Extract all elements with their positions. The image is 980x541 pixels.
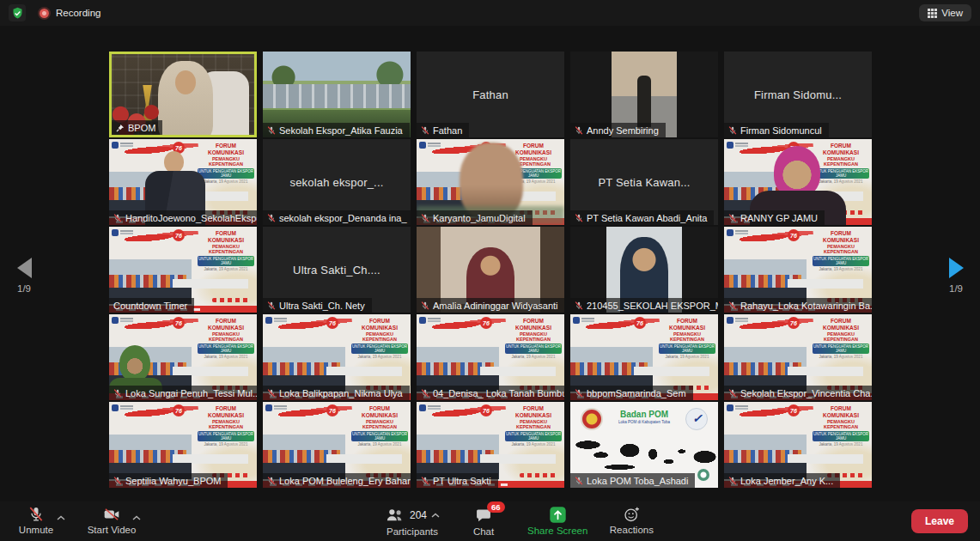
red-swoosh-graphic <box>432 404 507 421</box>
participant-name-label: 04_Denisa_ Loka Tanah Bumbu <box>417 386 564 400</box>
video-tile[interactable]: 76 FORUM KOMUNIKASI PEMANGKU KEPENTINGAN… <box>263 402 411 488</box>
page-indicator-right: 1/9 <box>937 283 975 294</box>
participant-name-label: Loka Sungai Penuh_Tessi Mul... <box>109 386 257 400</box>
video-tile[interactable]: 76 FORUM KOMUNIKASI PEMANGKU KEPENTINGAN… <box>109 139 257 225</box>
bpom-logo-icon <box>727 229 733 236</box>
video-tile[interactable]: 76 FORUM KOMUNIKASI PEMANGKU KEPENTINGAN… <box>570 52 718 137</box>
slide-title-line1: FORUM KOMUNIKASI <box>505 405 562 419</box>
video-tile[interactable]: 76 FORUM KOMUNIKASI PEMANGKU KEPENTINGAN… <box>724 402 872 488</box>
video-tile[interactable]: 76 FORUM KOMUNIKASI PEMANGKU KEPENTINGAN… <box>417 52 564 137</box>
participant-name-text: Karyanto_JamuDigital <box>433 213 526 223</box>
badan-pom-subtitle: Loka POM di Kabupaten Toba <box>570 420 718 424</box>
participant-name-text: 210455_SEKOLAH EKSPOR_MI... <box>587 301 718 311</box>
video-tile[interactable]: 76 FORUM KOMUNIKASI PEMANGKU KEPENTINGAN… <box>263 227 411 313</box>
video-tile[interactable]: 76 FORUM KOMUNIKASI PEMANGKU KEPENTINGAN… <box>570 314 718 400</box>
reactions-button[interactable]: Reactions <box>605 501 658 541</box>
slide-title-line2: PEMANGKU KEPENTINGAN <box>813 331 869 343</box>
slide-title-block: FORUM KOMUNIKASI PEMANGKU KEPENTINGAN UN… <box>198 230 254 271</box>
slide-title-line2: PEMANGKU KEPENTINGAN <box>505 331 562 343</box>
independence-76-badge: 76 <box>480 317 492 329</box>
mic-muted-icon <box>113 477 122 485</box>
video-tile[interactable]: 76 FORUM KOMUNIKASI PEMANGKU KEPENTINGAN… <box>417 139 564 225</box>
slide-title-block: FORUM KOMUNIKASI PEMANGKU KEPENTINGAN UN… <box>505 318 562 359</box>
participants-label: Participants <box>387 527 438 538</box>
video-tile[interactable]: 76 FORUM KOMUNIKASI PEMANGKU KEPENTINGAN… <box>724 314 872 400</box>
slide-title-line3: UNTUK PENGUATAN EKSPOR JAMU <box>659 343 715 354</box>
participants-count: 204 <box>410 509 427 521</box>
participant-name-label: Rahayu_Loka Kotawaringin Ba... <box>724 298 872 313</box>
video-tile[interactable]: 76 FORUM KOMUNIKASI PEMANGKU KEPENTINGAN… <box>109 52 257 137</box>
bpom-logo-icon <box>727 317 733 324</box>
participant-name-text: Septilia Wahyu_BPOM <box>125 476 221 486</box>
zoom-meeting-window: Recording View 1/9 1/9 76 FORUM KOMUNIKA… <box>0 0 980 541</box>
slide-title-line1: FORUM KOMUNIKASI <box>813 230 869 244</box>
view-button[interactable]: View <box>919 4 971 21</box>
participants-options-chevron[interactable] <box>431 513 440 518</box>
bpom-logo-icon <box>265 317 272 324</box>
mic-muted-icon <box>421 477 429 485</box>
participant-name-label: Loka POM Toba_Ashadi <box>570 473 695 488</box>
participant-name-text: bbpomSamarinda_Sem <box>587 388 686 398</box>
video-tile[interactable]: 76 FORUM KOMUNIKASI PEMANGKU KEPENTINGAN… <box>570 139 718 225</box>
slide-title-block: FORUM KOMUNIKASI PEMANGKU KEPENTINGAN UN… <box>351 405 408 447</box>
shield-check-icon <box>11 7 24 20</box>
chat-button[interactable]: 66 Chat <box>457 501 510 541</box>
start-video-label: Start Video <box>88 526 137 536</box>
unmute-options-chevron[interactable] <box>57 512 65 522</box>
participants-button[interactable]: 204 Participants <box>385 501 440 541</box>
video-tile[interactable]: 76 FORUM KOMUNIKASI PEMANGKU KEPENTINGAN… <box>263 52 411 137</box>
unmute-button[interactable]: Unmute <box>5 501 67 541</box>
participant-name-label: bbpomSamarinda_Sem <box>570 386 693 400</box>
participant-name-text: Amalia Adininggar Widyasanti <box>433 301 558 311</box>
mic-muted-icon <box>575 126 583 135</box>
participant-name-label: Loka Balikpapan_Nikma Ulya <box>263 386 410 400</box>
participant-name-label: 210455_SEKOLAH EKSPOR_MI... <box>570 298 718 313</box>
chat-label: Chat <box>473 527 494 538</box>
video-tile[interactable]: 76 FORUM KOMUNIKASI PEMANGKU KEPENTINGAN… <box>724 139 872 225</box>
mic-muted-icon <box>267 301 276 310</box>
next-page-arrow-icon[interactable] <box>949 258 964 278</box>
slide-title-block: FORUM KOMUNIKASI PEMANGKU KEPENTINGAN UN… <box>351 318 408 359</box>
video-tile[interactable]: 76 FORUM KOMUNIKASI PEMANGKU KEPENTINGAN… <box>570 227 718 313</box>
mic-muted-icon <box>421 214 429 222</box>
slide-title-line3: UNTUK PENGUATAN EKSPOR JAMU <box>813 343 869 354</box>
video-tile[interactable]: 76 FORUM KOMUNIKASI PEMANGKU KEPENTINGAN… <box>109 314 257 400</box>
video-tile[interactable]: 76 FORUM KOMUNIKASI PEMANGKU KEPENTINGAN… <box>570 402 718 488</box>
video-tile[interactable]: 76 FORUM KOMUNIKASI PEMANGKU KEPENTINGAN… <box>109 227 257 313</box>
bpom-logo-icon <box>727 404 733 411</box>
social-media-icons <box>520 473 557 477</box>
grid-view-icon <box>928 9 937 18</box>
participant-name-label: Sekolah Ekspor_Vincentia Cha... <box>724 386 872 400</box>
video-tile[interactable]: 76 FORUM KOMUNIKASI PEMANGKU KEPENTINGAN… <box>109 402 257 488</box>
slide-title-line3: UNTUK PENGUATAN EKSPOR JAMU <box>505 431 562 441</box>
red-swoosh-graphic <box>586 317 660 333</box>
share-screen-icon <box>549 506 567 524</box>
start-video-button[interactable]: Start Video <box>81 501 143 541</box>
slide-title-line1: FORUM KOMUNIKASI <box>813 318 869 331</box>
mic-muted-icon <box>421 301 429 310</box>
bpom-logo-icon <box>265 404 272 411</box>
slide-title-block: FORUM KOMUNIKASI PEMANGKU KEPENTINGAN UN… <box>198 405 254 447</box>
video-options-chevron[interactable] <box>132 512 141 522</box>
video-tile[interactable]: 76 FORUM KOMUNIKASI PEMANGKU KEPENTINGAN… <box>724 227 872 313</box>
slide-title-line2: PEMANGKU KEPENTINGAN <box>351 331 408 343</box>
participant-name-text: Anndy Sembiring <box>587 125 659 136</box>
slide-title-line2: PEMANGKU KEPENTINGAN <box>198 419 254 430</box>
slide-title-line1: FORUM KOMUNIKASI <box>505 318 562 331</box>
camera-off-icon <box>102 506 121 523</box>
red-swoosh-graphic <box>740 404 814 421</box>
video-tile[interactable]: 76 FORUM KOMUNIKASI PEMANGKU KEPENTINGAN… <box>417 227 564 313</box>
previous-page-arrow-icon[interactable] <box>17 258 32 278</box>
share-screen-button[interactable]: Share Screen <box>527 501 587 541</box>
bpom-logo-icon <box>112 404 119 411</box>
video-tile[interactable]: 76 FORUM KOMUNIKASI PEMANGKU KEPENTINGAN… <box>417 402 564 488</box>
video-tile[interactable]: 76 FORUM KOMUNIKASI PEMANGKU KEPENTINGAN… <box>263 139 411 225</box>
participant-name-label: Loka Jember_Any K... <box>724 473 840 488</box>
security-shield-icon[interactable] <box>9 4 26 21</box>
participant-name-text: Loka Balikpapan_Nikma Ulya <box>279 388 403 398</box>
video-tile[interactable]: 76 FORUM KOMUNIKASI PEMANGKU KEPENTINGAN… <box>263 314 411 400</box>
video-tile[interactable]: 76 FORUM KOMUNIKASI PEMANGKU KEPENTINGAN… <box>417 314 564 400</box>
participant-name-text: sekolah ekspor_Denanda ina_ <box>279 213 407 223</box>
video-tile[interactable]: 76 FORUM KOMUNIKASI PEMANGKU KEPENTINGAN… <box>724 52 872 137</box>
leave-button[interactable]: Leave <box>911 509 968 533</box>
